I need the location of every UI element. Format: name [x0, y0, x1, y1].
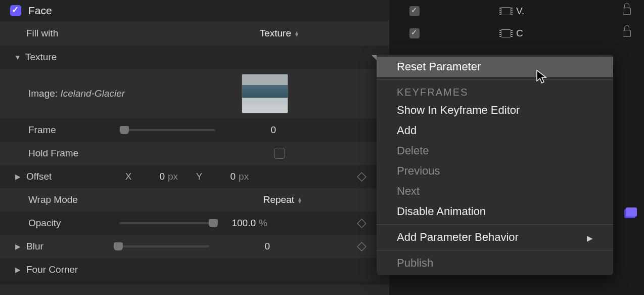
layer-row[interactable]: C	[389, 22, 644, 45]
cursor-icon	[536, 70, 547, 84]
wrap-mode-select[interactable]: Repeat	[263, 194, 301, 205]
texture-disclosure-icon[interactable]	[14, 53, 22, 61]
hold-frame-label: Hold Frame	[28, 148, 241, 159]
opacity-slider[interactable]	[119, 222, 215, 224]
select-arrows-icon	[298, 197, 301, 203]
offset-y-unit: px	[239, 171, 249, 182]
behavior-badge-icon	[626, 207, 637, 217]
menu-separator	[377, 224, 613, 225]
frame-label: Frame	[28, 124, 119, 136]
film-icon	[501, 7, 511, 15]
image-name: Iceland-Glacier	[60, 88, 125, 99]
offset-x-label: X	[122, 171, 134, 182]
offset-label: Offset	[26, 171, 112, 182]
wrap-mode-value: Repeat	[263, 194, 294, 205]
menu-delete-keyframe: Delete	[377, 141, 613, 161]
layer-row[interactable]: V.	[389, 0, 644, 22]
opacity-keyframe-icon[interactable]	[357, 219, 366, 228]
offset-x-unit: px	[168, 171, 178, 182]
blur-disclosure-icon[interactable]	[15, 242, 23, 250]
layer-visible-checkbox[interactable]	[409, 28, 420, 38]
layer-name: V.	[516, 6, 541, 17]
image-label: Image:	[28, 88, 58, 99]
select-arrows-icon	[295, 30, 298, 37]
menu-next-keyframe: Next	[377, 181, 613, 201]
fill-with-select[interactable]: Texture	[260, 28, 298, 39]
menu-keyframes-header: KEYFRAMES	[377, 82, 613, 100]
parameter-context-menu: Reset Parameter KEYFRAMES Show In Keyfra…	[377, 55, 613, 275]
offset-keyframe-icon[interactable]	[357, 172, 366, 181]
face-label: Face	[28, 5, 52, 17]
opacity-label: Opacity	[28, 218, 119, 229]
offset-y-label: Y	[193, 171, 205, 182]
four-corner-disclosure-icon[interactable]	[15, 266, 23, 274]
face-checkbox[interactable]	[10, 5, 21, 16]
frame-value[interactable]: 0	[246, 124, 276, 136]
menu-separator	[377, 250, 613, 250]
blur-slider[interactable]	[113, 245, 209, 247]
blur-keyframe-icon[interactable]	[357, 242, 366, 251]
lock-icon[interactable]	[623, 30, 631, 37]
texture-label: Texture	[25, 52, 57, 63]
image-thumbnail[interactable]	[242, 74, 288, 113]
fill-with-label: Fill with	[26, 28, 58, 39]
menu-show-keyframe-editor[interactable]: Show In Keyframe Editor	[377, 100, 613, 120]
menu-previous-keyframe: Previous	[377, 161, 613, 181]
opacity-unit: %	[259, 218, 267, 229]
layer-visible-checkbox[interactable]	[409, 6, 420, 16]
offset-y-value[interactable]: 0	[205, 171, 236, 182]
blur-label: Blur	[26, 241, 113, 252]
slider-knob-icon[interactable]	[209, 219, 218, 227]
menu-add-keyframe[interactable]: Add	[377, 120, 613, 141]
offset-disclosure-icon[interactable]	[15, 173, 23, 181]
lock-icon[interactable]	[623, 8, 631, 15]
menu-publish: Publish	[377, 253, 613, 273]
menu-disable-animation[interactable]: Disable Animation	[377, 201, 613, 222]
frame-slider[interactable]	[119, 129, 215, 131]
offset-x-value[interactable]: 0	[134, 171, 165, 182]
menu-reset-parameter[interactable]: Reset Parameter	[377, 57, 613, 77]
submenu-arrow-icon	[587, 231, 593, 244]
menu-separator	[377, 79, 613, 80]
slider-knob-icon[interactable]	[114, 242, 123, 250]
menu-add-parameter-behavior[interactable]: Add Parameter Behavior	[377, 227, 613, 247]
four-corner-label: Four Corner	[26, 264, 78, 275]
wrap-mode-label: Wrap Mode	[28, 194, 78, 205]
fill-with-value: Texture	[260, 28, 291, 39]
layer-name: C	[516, 28, 541, 39]
slider-knob-icon[interactable]	[120, 126, 129, 134]
blur-value[interactable]: 0	[240, 241, 270, 252]
hold-frame-checkbox[interactable]	[274, 148, 285, 159]
film-icon	[501, 29, 511, 37]
opacity-value[interactable]: 100.0	[225, 218, 256, 229]
